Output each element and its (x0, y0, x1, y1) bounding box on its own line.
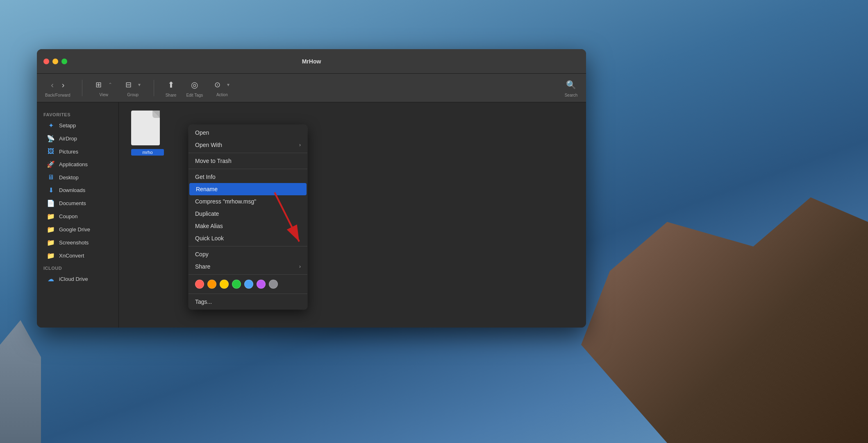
menu-item-rename[interactable]: Rename (189, 183, 307, 195)
view-label: View (99, 93, 108, 97)
share-label: Share (195, 263, 299, 270)
menu-item-compress[interactable]: Compress "mrhow.msg" (189, 195, 307, 208)
menu-item-tags[interactable]: Tags... (189, 296, 307, 308)
color-tag-orange[interactable] (207, 280, 216, 289)
group-icon[interactable]: ⊟ (124, 79, 133, 91)
icloud-section-label: iCloud (37, 262, 118, 272)
copy-label: Copy (195, 251, 301, 258)
toolbar-divider-1 (82, 80, 82, 96)
group-group: ⊟ ▾ Group (124, 79, 142, 97)
setapp-label: Setapp (59, 122, 76, 129)
sidebar-item-downloads[interactable]: ⬇ Downloads (40, 184, 115, 197)
desktop-label: Desktop (59, 174, 79, 181)
action-group: ⊙ ▾ Action (213, 79, 231, 97)
view-group: ⊞ ⌃ View (94, 79, 114, 97)
rename-label: Rename (196, 186, 300, 192)
sidebar-item-xnconvert[interactable]: 📁 XnConvert (40, 249, 115, 262)
menu-sep-3 (189, 246, 307, 246)
sidebar-item-icloud-drive[interactable]: ☁ iCloud Drive (40, 273, 115, 285)
menu-item-open[interactable]: Open (189, 127, 307, 139)
sidebar-item-screenshots[interactable]: 📁 Screenshots (40, 236, 115, 249)
menu-item-make-alias[interactable]: Make Alias (189, 220, 307, 232)
menu-sep-2 (189, 169, 307, 169)
context-menu: Open Open With › Move to Trash Get Info … (189, 125, 307, 310)
maximize-button[interactable] (61, 59, 67, 64)
compress-label: Compress "mrhow.msg" (195, 198, 301, 205)
menu-item-open-with[interactable]: Open With › (189, 139, 307, 151)
sidebar-item-google-drive[interactable]: 📁 Google Drive (40, 223, 115, 236)
traffic-lights (43, 59, 67, 64)
edit-tags-icon[interactable]: ◎ (189, 78, 200, 91)
file-area[interactable]: mrho Open Open With › Move to Trash Get … (119, 102, 586, 328)
search-group: 🔍 Search (564, 78, 578, 97)
menu-item-get-info[interactable]: Get Info (189, 171, 307, 183)
menu-item-duplicate[interactable]: Duplicate (189, 208, 307, 220)
sidebar-item-pictures[interactable]: 🖼 Pictures (40, 145, 115, 158)
icloud-drive-label: iCloud Drive (59, 276, 88, 282)
get-info-label: Get Info (195, 174, 301, 180)
documents-icon: 📄 (47, 199, 55, 207)
share-group: ⬆ Share (166, 78, 177, 97)
applications-label: Applications (59, 161, 88, 167)
quick-look-label: Quick Look (195, 235, 301, 242)
edit-tags-label: Edit Tags (186, 93, 203, 97)
color-tag-blue[interactable] (244, 280, 253, 289)
downloads-icon: ⬇ (47, 186, 55, 194)
color-tag-gray[interactable] (269, 280, 278, 289)
sidebar-item-desktop[interactable]: 🖥 Desktop (40, 171, 115, 183)
back-button[interactable]: ‹ (48, 79, 56, 91)
color-tag-green[interactable] (232, 280, 241, 289)
file-name-badge: mrho (131, 149, 164, 156)
sidebar-item-setapp[interactable]: ✦ Setapp (40, 119, 115, 132)
action-chevron[interactable]: ▾ (225, 80, 231, 89)
action-label: Action (216, 93, 228, 97)
title-bar: MrHow (37, 49, 586, 74)
xnconvert-icon: 📁 (47, 252, 55, 260)
action-icon[interactable]: ⊙ (213, 79, 222, 91)
close-button[interactable] (43, 59, 49, 64)
menu-item-move-to-trash[interactable]: Move to Trash (189, 155, 307, 167)
color-tag-yellow[interactable] (220, 280, 229, 289)
forward-button[interactable]: › (59, 79, 67, 91)
airdrop-label: AirDrop (59, 136, 77, 142)
back-forward-icons: ‹ › (48, 79, 67, 91)
file-icon-container[interactable]: mrho (131, 111, 164, 156)
file-icon-paper (131, 111, 160, 145)
group-label: Group (127, 93, 139, 97)
xnconvert-label: XnConvert (59, 253, 84, 259)
sidebar-item-airdrop[interactable]: 📡 AirDrop (40, 132, 115, 145)
group-chevron[interactable]: ▾ (136, 80, 142, 89)
documents-label: Documents (59, 200, 86, 206)
window-title-area: MrHow (302, 58, 321, 65)
minimize-button[interactable] (52, 59, 58, 64)
downloads-label: Downloads (59, 187, 85, 193)
open-with-label: Open With (195, 142, 299, 148)
menu-sep-1 (189, 153, 307, 153)
tags-label: Tags... (195, 298, 301, 305)
screenshots-icon: 📁 (47, 239, 55, 246)
menu-sep-5 (189, 294, 307, 294)
move-to-trash-label: Move to Trash (195, 158, 301, 164)
pictures-icon: 🖼 (47, 148, 55, 155)
coupon-icon: 📁 (47, 212, 55, 220)
menu-item-share[interactable]: Share › (189, 260, 307, 273)
search-icon[interactable]: 🔍 (564, 78, 578, 91)
view-icon-grid[interactable]: ⊞ (94, 79, 103, 91)
view-icons: ⊞ ⌃ (94, 79, 114, 91)
color-tag-purple[interactable] (257, 280, 266, 289)
view-chevron[interactable]: ⌃ (107, 80, 114, 89)
favorites-section-label: Favorites (37, 109, 118, 119)
share-icon[interactable]: ⬆ (166, 78, 176, 91)
search-label: Search (565, 93, 578, 97)
sidebar-item-documents[interactable]: 📄 Documents (40, 197, 115, 210)
file-icon (131, 111, 164, 147)
menu-item-copy[interactable]: Copy (189, 248, 307, 260)
group-icons: ⊟ ▾ (124, 79, 142, 91)
share-arrow: › (299, 264, 301, 269)
menu-item-quick-look[interactable]: Quick Look (189, 232, 307, 244)
icloud-drive-icon: ☁ (47, 275, 55, 283)
color-tag-red[interactable] (195, 280, 204, 289)
sidebar-item-coupon[interactable]: 📁 Coupon (40, 210, 115, 223)
google-drive-icon: 📁 (47, 226, 55, 233)
sidebar-item-applications[interactable]: 🚀 Applications (40, 158, 115, 171)
